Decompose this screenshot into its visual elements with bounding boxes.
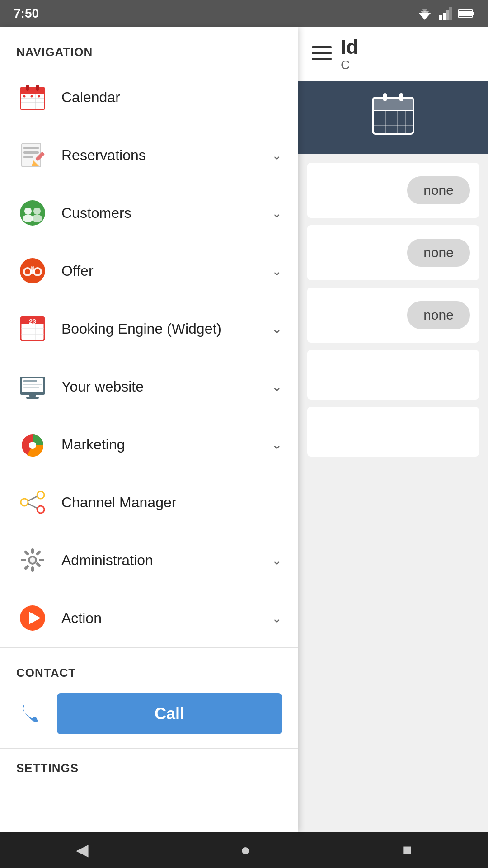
svg-rect-77 xyxy=(312,58,332,60)
status-bar: 7:50 xyxy=(0,0,488,27)
action-label: Action xyxy=(61,610,272,627)
svg-rect-72 xyxy=(36,550,42,556)
reservations-chevron: ⌄ xyxy=(272,148,282,163)
calendar-banner-icon xyxy=(371,91,416,145)
nav-item-customers[interactable]: Customers ⌄ xyxy=(0,184,298,242)
right-header: Id C xyxy=(298,27,488,81)
right-panel-title: Id xyxy=(341,36,358,58)
content-row-4 xyxy=(307,350,479,400)
administration-label: Administration xyxy=(61,552,272,569)
svg-rect-23 xyxy=(22,143,41,167)
nav-drawer: NAVIGATION xyxy=(0,27,298,832)
nav-item-offer[interactable]: Offer ⌄ xyxy=(0,242,298,300)
calendar-banner xyxy=(298,81,488,154)
svg-point-59 xyxy=(37,491,44,499)
nav-item-your-website[interactable]: Your website ⌄ xyxy=(0,358,298,415)
offer-label: Offer xyxy=(61,263,272,279)
nav-item-administration[interactable]: Administration ⌄ xyxy=(0,531,298,589)
channel-manager-label: Channel Manager xyxy=(61,494,282,511)
phone-icon xyxy=(16,698,43,730)
booking-engine-chevron: ⌄ xyxy=(272,321,282,336)
svg-point-32 xyxy=(33,208,41,215)
your-website-label: Your website xyxy=(61,378,272,395)
svg-rect-25 xyxy=(23,151,39,154)
content-row-3: none xyxy=(307,288,479,343)
back-button[interactable]: ◀ xyxy=(76,840,89,859)
nav-item-booking-engine[interactable]: 23 Booking Engine (Widget) ⌄ xyxy=(0,300,298,358)
customers-icon xyxy=(16,197,49,229)
home-button[interactable]: ● xyxy=(240,840,250,859)
svg-point-20 xyxy=(23,95,26,98)
nav-item-reservations[interactable]: Reservations ⌄ xyxy=(0,126,298,184)
hamburger-icon[interactable] xyxy=(312,44,332,65)
reservations-label: Reservations xyxy=(61,147,272,164)
svg-rect-79 xyxy=(373,98,413,110)
nav-item-marketing[interactable]: Marketing ⌄ xyxy=(0,415,298,473)
svg-rect-19 xyxy=(36,85,39,91)
marketing-label: Marketing xyxy=(61,436,272,453)
content-row-1: none xyxy=(307,163,479,218)
your-website-icon xyxy=(16,370,49,403)
action-icon xyxy=(16,602,49,634)
main-layout: NAVIGATION xyxy=(0,27,488,832)
right-panel-subtitle: C xyxy=(341,58,358,72)
right-content-rows: none none none xyxy=(298,154,488,832)
svg-point-22 xyxy=(38,95,40,98)
right-panel-title-group: Id C xyxy=(341,36,358,72)
svg-point-21 xyxy=(31,95,33,98)
marketing-chevron: ⌄ xyxy=(272,437,282,452)
time: 7:50 xyxy=(14,6,39,21)
svg-rect-51 xyxy=(23,380,37,382)
contact-row: Call xyxy=(16,693,282,734)
svg-rect-69 xyxy=(24,550,30,556)
svg-rect-52 xyxy=(23,384,42,385)
administration-icon xyxy=(16,544,49,576)
svg-rect-66 xyxy=(31,566,34,572)
svg-point-60 xyxy=(37,506,44,513)
nav-item-channel-manager[interactable]: Channel Manager xyxy=(0,473,298,531)
svg-rect-76 xyxy=(312,52,332,54)
svg-rect-55 xyxy=(26,397,39,399)
customers-chevron: ⌄ xyxy=(272,206,282,221)
svg-rect-18 xyxy=(26,85,29,91)
svg-point-64 xyxy=(30,557,35,563)
contact-section: CONTACT Call xyxy=(0,647,298,748)
svg-point-29 xyxy=(20,200,45,226)
svg-rect-3 xyxy=(439,15,442,20)
offer-icon xyxy=(16,255,49,287)
svg-rect-70 xyxy=(36,562,42,568)
svg-rect-40 xyxy=(31,266,33,271)
svg-rect-26 xyxy=(23,156,33,158)
wifi-icon xyxy=(417,7,433,20)
none-badge-3: none xyxy=(407,301,470,329)
svg-rect-68 xyxy=(39,559,44,561)
right-panel: Id C xyxy=(298,27,488,832)
svg-line-62 xyxy=(28,504,37,508)
nav-item-calendar[interactable]: Calendar xyxy=(0,68,298,126)
marketing-icon xyxy=(16,428,49,461)
none-badge-1: none xyxy=(407,176,470,204)
booking-engine-icon: 23 xyxy=(16,312,49,345)
your-website-chevron: ⌄ xyxy=(272,379,282,394)
svg-line-61 xyxy=(28,496,37,501)
calendar-label: Calendar xyxy=(61,89,282,106)
nav-item-action[interactable]: Action ⌄ xyxy=(0,589,298,647)
recent-button[interactable]: ■ xyxy=(402,840,412,859)
signal-icon xyxy=(439,7,452,20)
svg-point-57 xyxy=(29,442,36,449)
offer-chevron: ⌄ xyxy=(272,264,282,278)
svg-rect-24 xyxy=(23,147,39,149)
svg-rect-67 xyxy=(21,559,26,561)
svg-text:23: 23 xyxy=(29,318,36,325)
call-button[interactable]: Call xyxy=(57,693,282,734)
svg-rect-6 xyxy=(449,7,452,20)
svg-rect-65 xyxy=(31,548,34,554)
bottom-nav-bar: ◀ ● ■ xyxy=(0,832,488,868)
svg-rect-71 xyxy=(24,565,30,571)
channel-manager-icon xyxy=(16,486,49,519)
svg-rect-75 xyxy=(312,46,332,48)
settings-section: SETTINGS xyxy=(0,748,298,780)
settings-header: SETTINGS xyxy=(16,761,282,775)
svg-rect-53 xyxy=(23,387,39,388)
administration-chevron: ⌄ xyxy=(272,553,282,568)
